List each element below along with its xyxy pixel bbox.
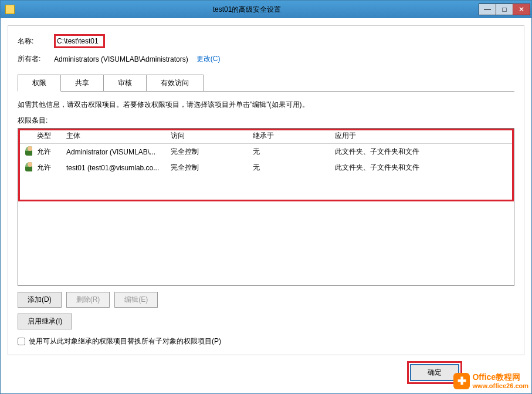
row-type: 允许 bbox=[32, 161, 62, 174]
name-label: 名称: bbox=[18, 36, 54, 46]
table-body: 允许 Administrator (VISUMLAB\... 完全控制 无 此文… bbox=[18, 144, 514, 176]
tab-share[interactable]: 共享 bbox=[60, 75, 104, 91]
permissions-table: 类型 主体 访问 继承于 应用于 允许 Administrator (VISUM… bbox=[18, 128, 514, 286]
inherit-row: 启用继承(I) bbox=[18, 314, 514, 329]
col-applies[interactable]: 应用于 bbox=[330, 129, 514, 143]
col-access[interactable]: 访问 bbox=[166, 129, 248, 143]
row-inherited: 无 bbox=[248, 161, 330, 174]
row-type: 允许 bbox=[32, 146, 62, 158]
entries-label: 权限条目: bbox=[18, 116, 514, 126]
advanced-security-window: test01的高级安全设置 — □ ✕ 名称: C:\test\test01 所… bbox=[0, 0, 532, 394]
titlebar: test01的高级安全设置 — □ ✕ bbox=[1, 1, 531, 18]
tab-permissions[interactable]: 权限 bbox=[18, 75, 61, 92]
replace-checkbox-label[interactable]: 使用可从此对象继承的权限项目替换所有子对象的权限项目(P) bbox=[29, 336, 221, 346]
row-principal: test01 (test01@visumlab.co... bbox=[62, 163, 166, 173]
footer-buttons: 确定 取消 bbox=[8, 355, 524, 386]
folder-icon bbox=[5, 5, 15, 14]
tab-auditing[interactable]: 审核 bbox=[103, 75, 147, 91]
name-value-highlight: C:\test\test01 bbox=[54, 34, 105, 48]
instructions-text: 如需其他信息，请双击权限项目。若要修改权限项目，请选择该项目并单击"编辑"(如果… bbox=[18, 100, 514, 110]
name-value: C:\test\test01 bbox=[57, 37, 99, 45]
table-row[interactable]: 允许 test01 (test01@visumlab.co... 完全控制 无 … bbox=[18, 160, 514, 176]
ok-button[interactable]: 确定 bbox=[410, 364, 459, 381]
table-row[interactable]: 允许 Administrator (VISUMLAB\... 完全控制 无 此文… bbox=[18, 144, 514, 160]
add-button[interactable]: 添加(D) bbox=[18, 292, 62, 308]
row-applies: 此文件夹、子文件夹和文件 bbox=[330, 146, 514, 158]
content-area: 名称: C:\test\test01 所有者: Administrators (… bbox=[1, 18, 531, 393]
maximize-button[interactable]: □ bbox=[496, 4, 513, 15]
col-principal[interactable]: 主体 bbox=[62, 129, 166, 143]
change-owner-link[interactable]: 更改(C) bbox=[196, 54, 221, 64]
ok-highlight: 确定 bbox=[407, 361, 462, 384]
owner-row: 所有者: Administrators (VISUMLAB\Administra… bbox=[18, 54, 514, 64]
close-button[interactable]: ✕ bbox=[513, 4, 530, 15]
replace-checkbox[interactable] bbox=[18, 338, 25, 345]
col-inherited[interactable]: 继承于 bbox=[248, 129, 330, 143]
row-principal: Administrator (VISUMLAB\... bbox=[62, 147, 166, 157]
owner-value: Administrators (VISUMLAB\Administrators) bbox=[54, 55, 188, 63]
name-row: 名称: C:\test\test01 bbox=[18, 34, 514, 48]
inner-panel: 名称: C:\test\test01 所有者: Administrators (… bbox=[8, 25, 524, 355]
row-access: 完全控制 bbox=[166, 146, 248, 158]
replace-checkbox-row: 使用可从此对象继承的权限项目替换所有子对象的权限项目(P) bbox=[18, 336, 514, 346]
user-icon bbox=[25, 162, 32, 171]
remove-button[interactable]: 删除(R) bbox=[66, 292, 110, 308]
tab-strip: 权限 共享 审核 有效访问 bbox=[18, 75, 514, 92]
enable-inheritance-button[interactable]: 启用继承(I) bbox=[18, 314, 72, 329]
owner-label: 所有者: bbox=[18, 54, 54, 64]
window-title: test01的高级安全设置 bbox=[15, 5, 479, 15]
col-icon bbox=[18, 129, 32, 143]
window-controls: — □ ✕ bbox=[479, 4, 530, 15]
row-icon-cell bbox=[18, 145, 32, 159]
row-inherited: 无 bbox=[248, 146, 330, 158]
row-applies: 此文件夹、子文件夹和文件 bbox=[330, 161, 514, 174]
table-header: 类型 主体 访问 继承于 应用于 bbox=[18, 129, 514, 144]
tab-effective-access[interactable]: 有效访问 bbox=[146, 75, 204, 91]
edit-button[interactable]: 编辑(E) bbox=[114, 292, 158, 308]
row-icon-cell bbox=[18, 161, 32, 174]
action-buttons: 添加(D) 删除(R) 编辑(E) bbox=[18, 292, 514, 308]
row-access: 完全控制 bbox=[166, 161, 248, 174]
minimize-button[interactable]: — bbox=[479, 4, 496, 15]
col-type[interactable]: 类型 bbox=[32, 129, 62, 143]
user-icon bbox=[25, 146, 32, 156]
